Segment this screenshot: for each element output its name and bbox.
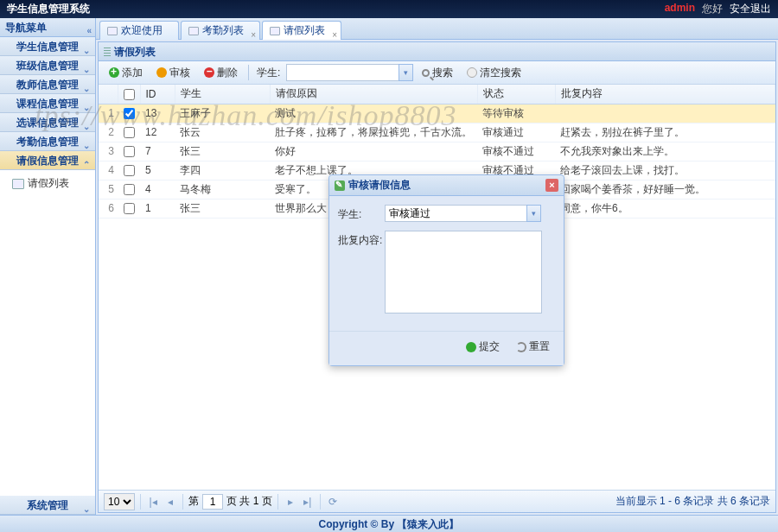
tab-icon: [270, 27, 280, 35]
sidebar-item-leave[interactable]: 请假信息管理⌃: [0, 151, 95, 170]
last-page-button[interactable]: ▸|: [301, 495, 315, 509]
reply-textarea[interactable]: [385, 231, 542, 314]
logout-link[interactable]: 安全退出: [730, 2, 771, 16]
cell-reply: [555, 104, 775, 123]
page-size-select[interactable]: 10: [104, 493, 135, 510]
top-bar: 学生信息管理系统 admin 您好 安全退出: [0, 0, 778, 18]
tab-welcome[interactable]: 欢迎使用: [99, 21, 179, 40]
tab-attendance-list[interactable]: 考勤列表×: [181, 21, 260, 40]
close-icon[interactable]: ×: [545, 179, 558, 192]
next-page-button[interactable]: ▸: [284, 495, 297, 509]
cell-student: 张云: [175, 123, 270, 142]
audit-button[interactable]: 审核: [151, 64, 195, 82]
row-number: 4: [99, 161, 118, 180]
row-checkbox[interactable]: [124, 127, 135, 138]
close-icon[interactable]: ×: [251, 26, 256, 44]
col-reason[interactable]: 请假原因: [270, 85, 477, 104]
cell-student: 马冬梅: [175, 180, 270, 199]
close-icon[interactable]: ×: [332, 26, 337, 44]
dropdown-trigger[interactable]: ▾: [526, 205, 541, 222]
cell-reason: 肚子疼，拉稀了，将屎拉裤兜，千古水流。: [270, 123, 477, 142]
cell-status: 审核通过: [477, 123, 555, 142]
table-row[interactable]: 113王麻子测试等待审核: [99, 104, 775, 123]
cell-id: 13: [140, 104, 175, 123]
col-id[interactable]: ID: [140, 85, 175, 104]
dialog-title: 审核请假信息: [348, 178, 411, 193]
plus-icon: [109, 67, 119, 78]
cell-reason: 你好: [270, 142, 477, 161]
page-total-label: 页 共 1 页: [226, 494, 272, 509]
dialog-student-label: 学生:: [338, 205, 385, 222]
cell-reply: 回家喝个姜香茶，好好睡一觉。: [555, 180, 775, 199]
col-student[interactable]: 学生: [175, 85, 270, 104]
edit-icon: [156, 67, 167, 78]
col-status[interactable]: 状态: [477, 85, 555, 104]
cell-reply: 赶紧去，别拉在裤子里了。: [555, 123, 775, 142]
sidebar-item-elective[interactable]: 选课信息管理⌄: [0, 113, 95, 132]
page-label: 第: [188, 494, 199, 509]
cell-reply: 同意，你牛6。: [555, 199, 775, 218]
edit-icon: [335, 180, 345, 191]
sidebar-header: 导航菜单 «: [0, 18, 95, 37]
add-button[interactable]: 添加: [104, 64, 148, 82]
search-icon: [422, 69, 430, 77]
first-page-button[interactable]: |◂: [146, 495, 160, 509]
sidebar-item-attendance[interactable]: 考勤信息管理⌄: [0, 132, 95, 151]
clear-icon: [467, 67, 477, 78]
row-checkbox[interactable]: [124, 203, 135, 214]
row-number: 6: [99, 199, 118, 218]
col-reply[interactable]: 批复内容: [555, 85, 775, 104]
table-row[interactable]: 212张云肚子疼，拉稀了，将屎拉裤兜，千古水流。审核通过赶紧去，别拉在裤子里了。: [99, 123, 775, 142]
app-title: 学生信息管理系统: [7, 2, 90, 16]
dialog-reply-label: 批复内容:: [338, 231, 385, 248]
search-button[interactable]: 搜索: [417, 64, 458, 82]
cell-reason: 测试: [270, 104, 477, 123]
panel-title: 请假列表: [99, 42, 775, 61]
submit-button[interactable]: 提交: [459, 337, 507, 357]
status-select[interactable]: [385, 205, 526, 222]
row-checkbox[interactable]: [124, 108, 135, 119]
sidebar: 导航菜单 « 学生信息管理⌄ 班级信息管理⌄ 教师信息管理⌄ 课程信息管理⌄ 选…: [0, 18, 96, 515]
cell-id: 7: [140, 142, 175, 161]
sidebar-item-teacher[interactable]: 教师信息管理⌄: [0, 75, 95, 94]
page-number-input[interactable]: [202, 494, 223, 510]
tab-leave-list[interactable]: 请假列表×: [262, 21, 341, 40]
pager-info: 当前显示 1 - 6 条记录 共 6 条记录: [615, 494, 770, 509]
sidebar-item-student[interactable]: 学生信息管理⌄: [0, 37, 95, 56]
student-filter-input[interactable]: [286, 64, 399, 81]
sidebar-item-course[interactable]: 课程信息管理⌄: [0, 94, 95, 113]
tab-icon: [188, 27, 199, 35]
select-all-checkbox[interactable]: [124, 89, 135, 100]
delete-button[interactable]: 删除: [199, 64, 243, 82]
dropdown-trigger[interactable]: ▾: [399, 64, 413, 81]
row-checkbox[interactable]: [124, 165, 135, 176]
cell-student: 张三: [175, 199, 270, 218]
row-number: 1: [99, 104, 118, 123]
prev-page-button[interactable]: ◂: [163, 495, 177, 509]
greeting: 您好: [702, 2, 723, 16]
minus-icon: [204, 67, 214, 78]
clear-search-button[interactable]: 清空搜索: [462, 64, 526, 82]
audit-dialog: 审核请假信息 × 学生: ▾ 批复内容: 提交 重置: [328, 174, 564, 366]
reset-button[interactable]: 重置: [509, 337, 557, 357]
chevron-down-icon: ⌄: [83, 500, 90, 519]
table-row[interactable]: 37张三你好审核不通过不允我亲对象出来上学。: [99, 142, 775, 161]
cell-student: 张三: [175, 142, 270, 161]
col-checkbox[interactable]: [118, 85, 140, 104]
footer: Copyright © By 【猿来入此】: [0, 515, 778, 532]
drag-handle-icon: [104, 48, 111, 58]
current-user: admin: [665, 2, 695, 16]
row-checkbox[interactable]: [124, 146, 135, 157]
row-number: 3: [99, 142, 118, 161]
cell-reply: 给老子滚回去上课，找打。: [555, 161, 775, 180]
cell-reply: 不允我亲对象出来上学。: [555, 142, 775, 161]
row-number: 2: [99, 123, 118, 142]
tree-node-leave-list[interactable]: 请假列表: [9, 174, 95, 193]
dialog-header[interactable]: 审核请假信息 ×: [329, 175, 564, 196]
refresh-button[interactable]: ⟳: [326, 495, 340, 509]
cell-student: 李四: [175, 161, 270, 180]
sidebar-item-system[interactable]: 系统管理⌄: [0, 496, 95, 515]
sidebar-item-class[interactable]: 班级信息管理⌄: [0, 56, 95, 75]
cell-status: 审核不通过: [477, 142, 555, 161]
row-checkbox[interactable]: [124, 184, 135, 195]
